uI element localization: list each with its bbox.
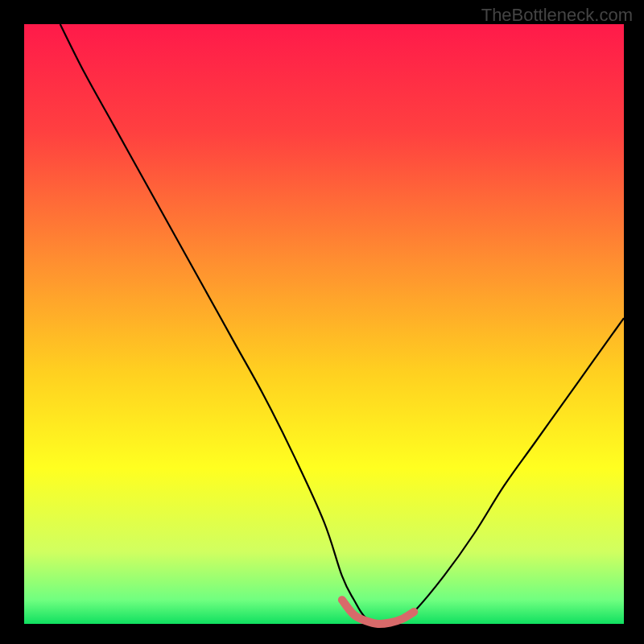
- plot-background: [24, 24, 624, 624]
- watermark-text: TheBottleneck.com: [481, 5, 633, 26]
- chart-container: TheBottleneck.com: [0, 0, 644, 644]
- chart-svg: [0, 0, 644, 644]
